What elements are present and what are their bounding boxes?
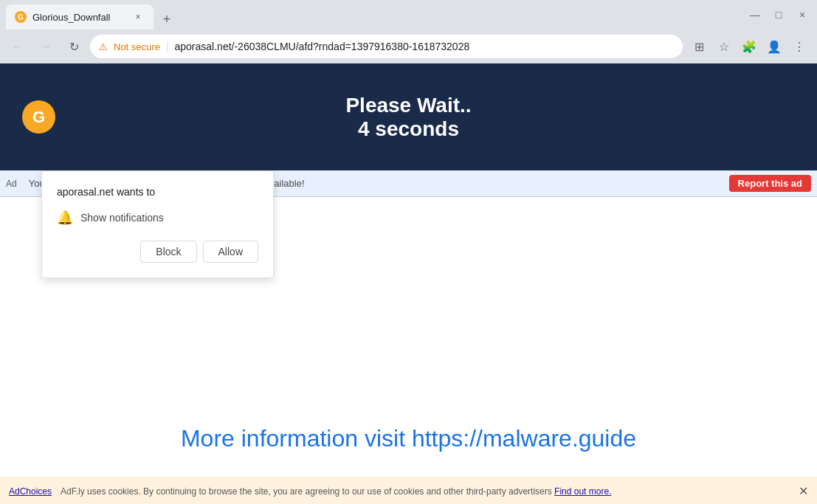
please-wait-line1: Please Wait.. xyxy=(345,94,471,117)
menu-button[interactable]: ⋮ xyxy=(787,35,811,58)
maximize-button[interactable]: □ xyxy=(770,6,787,24)
bottom-text: More information visit https://malware.g… xyxy=(0,425,817,452)
allow-button[interactable]: Allow xyxy=(203,241,258,263)
cookie-message: AdF.ly uses cookies. By continuing to br… xyxy=(61,486,793,497)
tab-favicon: G xyxy=(15,11,27,23)
notification-popup: aporasal.net wants to 🔔 Show notificatio… xyxy=(41,170,274,278)
page-content: G Please Wait.. 4 seconds Ad Your Site H… xyxy=(0,63,817,504)
extensions-button[interactable]: 🧩 xyxy=(737,35,761,58)
please-wait: Please Wait.. 4 seconds xyxy=(345,94,471,141)
back-button[interactable]: ← xyxy=(6,35,30,58)
close-button[interactable]: × xyxy=(793,6,811,24)
url-box[interactable]: ⚠ Not secure | aporasal.net/-26038CLMU/a… xyxy=(90,35,683,58)
block-button[interactable]: Block xyxy=(140,241,196,263)
site-logo: G xyxy=(22,100,55,134)
bell-icon: 🔔 xyxy=(57,210,73,226)
tab-bar: G Glorious_Downfall × + xyxy=(6,0,743,30)
ad-label: Ad xyxy=(6,179,17,189)
toolbar-icons: ⊞ ☆ 🧩 👤 ⋮ xyxy=(687,35,811,58)
minimize-button[interactable]: — xyxy=(746,6,764,24)
reload-button[interactable]: ↻ xyxy=(62,35,86,58)
new-tab-button[interactable]: + xyxy=(156,9,177,30)
browser-window: G Glorious_Downfall × + — □ × ← → ↻ ⚠ No… xyxy=(0,0,817,504)
active-tab[interactable]: G Glorious_Downfall × xyxy=(6,4,154,30)
report-ad-button[interactable]: Report this ad xyxy=(729,175,811,192)
account-button[interactable]: 👤 xyxy=(762,35,786,58)
security-text: Not secure xyxy=(114,41,160,52)
popup-buttons: Block Allow xyxy=(57,241,258,263)
please-wait-line2: 4 seconds xyxy=(345,117,471,141)
tab-title: Glorious_Downfall xyxy=(32,12,125,23)
forward-button[interactable]: → xyxy=(34,35,58,58)
permission-text: Show notifications xyxy=(80,212,164,224)
address-bar: ← → ↻ ⚠ Not secure | aporasal.net/-26038… xyxy=(0,30,817,63)
bookmark-button[interactable]: ☆ xyxy=(712,35,736,58)
find-out-link[interactable]: Find out more. xyxy=(554,486,611,497)
window-controls: — □ × xyxy=(746,6,811,24)
popup-title: aporasal.net wants to xyxy=(57,186,258,198)
security-icon: ⚠ xyxy=(99,41,108,52)
title-bar: G Glorious_Downfall × + — □ × xyxy=(0,0,817,30)
cookie-bar: AdChoices AdF.ly uses cookies. By contin… xyxy=(0,477,817,504)
tab-close-button[interactable]: × xyxy=(131,10,145,24)
popup-permission: 🔔 Show notifications xyxy=(57,210,258,226)
site-header: G Please Wait.. 4 seconds xyxy=(0,63,817,170)
adchoices-link[interactable]: AdChoices xyxy=(9,486,52,497)
apps-button[interactable]: ⊞ xyxy=(687,35,711,58)
url-text: aporasal.net/-26038CLMU/afd?rndad=139791… xyxy=(175,41,674,52)
close-cookie-button[interactable]: ✕ xyxy=(799,484,808,498)
